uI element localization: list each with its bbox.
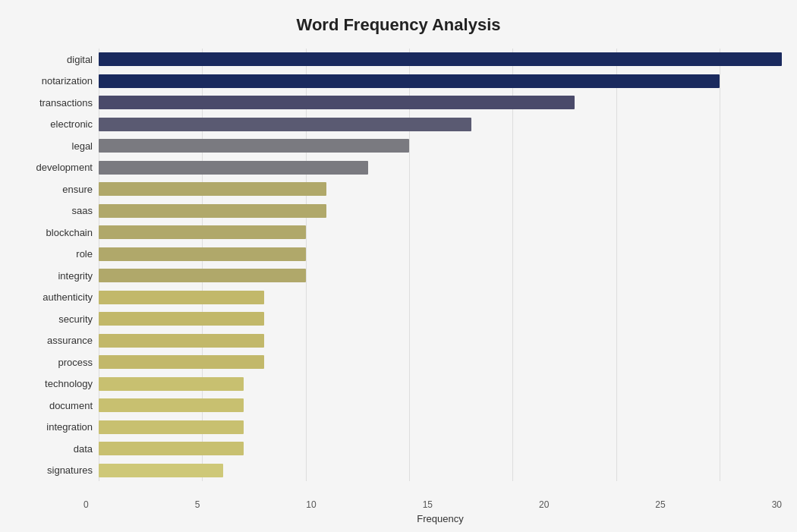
- y-label: signatures: [47, 461, 93, 480]
- x-tick: 0: [83, 499, 89, 510]
- y-label: assurance: [47, 331, 93, 351]
- bars-section: [99, 49, 782, 481]
- bar: [99, 96, 575, 109]
- grid-line: [99, 49, 99, 481]
- x-tick: 30: [772, 499, 782, 510]
- x-tick: 5: [195, 499, 200, 510]
- bar-row: [99, 136, 782, 156]
- bar-row: [99, 71, 782, 91]
- bar: [99, 161, 368, 175]
- grid-lines: [99, 49, 782, 481]
- x-tick: 20: [539, 499, 549, 510]
- grid-line: [202, 49, 203, 481]
- bar-row: [99, 331, 782, 351]
- bar-row: [99, 374, 782, 394]
- bar: [99, 182, 326, 196]
- bar: [99, 377, 244, 391]
- bar: [99, 225, 306, 239]
- grid-line: [409, 49, 410, 481]
- y-label: role: [76, 244, 93, 264]
- y-label: saas: [72, 201, 93, 221]
- bar-row: [99, 179, 782, 199]
- bar-row: [99, 461, 782, 480]
- bar-row: [99, 244, 782, 264]
- bottom-area: 051015202530 Frequency: [0, 499, 797, 524]
- bar: [99, 355, 264, 369]
- grid-line: [512, 49, 513, 481]
- bar: [99, 398, 244, 412]
- x-tick: 10: [306, 499, 316, 510]
- y-label: security: [58, 309, 93, 329]
- bar: [99, 139, 409, 153]
- x-tick: 25: [655, 499, 665, 510]
- y-label: notarization: [42, 71, 93, 91]
- bar: [99, 442, 244, 455]
- grid-line: [306, 49, 307, 481]
- bar-row: [99, 93, 782, 112]
- bar: [99, 312, 264, 326]
- bar: [99, 269, 306, 282]
- y-label: technology: [45, 374, 93, 394]
- chart-area: digitalnotarizationtransactionselectroni…: [15, 49, 782, 481]
- bar: [99, 420, 244, 434]
- x-tick: 15: [423, 499, 433, 510]
- bar-row: [99, 417, 782, 437]
- bar-row: [99, 222, 782, 242]
- bar: [99, 204, 326, 218]
- y-label: document: [49, 395, 93, 415]
- y-label: integration: [46, 417, 93, 437]
- x-ticks-row: 051015202530: [83, 499, 782, 510]
- grid-line: [616, 49, 617, 481]
- chart-container: Word Frequency Analysis digitalnotarizat…: [0, 0, 797, 532]
- bar-row: [99, 266, 782, 285]
- bar: [99, 118, 471, 131]
- y-label: authenticity: [43, 288, 93, 307]
- bar-row: [99, 395, 782, 415]
- bar-row: [99, 115, 782, 134]
- bar-row: [99, 309, 782, 329]
- bar-row: [99, 49, 782, 69]
- bar-row: [99, 158, 782, 178]
- y-label: ensure: [62, 179, 93, 199]
- chart-title: Word Frequency Analysis: [15, 15, 782, 35]
- bar: [99, 247, 306, 261]
- bar-row: [99, 288, 782, 307]
- y-label: development: [36, 158, 93, 178]
- bar-row: [99, 439, 782, 458]
- y-labels: digitalnotarizationtransactionselectroni…: [15, 49, 99, 481]
- y-label: integrity: [58, 266, 93, 285]
- y-label: transactions: [39, 93, 93, 112]
- bar: [99, 74, 720, 88]
- bar-row: [99, 352, 782, 372]
- bar: [99, 291, 264, 304]
- bar: [99, 464, 223, 477]
- grid-line: [720, 49, 720, 481]
- y-label: process: [58, 352, 93, 372]
- y-label: digital: [67, 49, 93, 69]
- x-axis-label: Frequency: [83, 513, 797, 524]
- y-label: electronic: [50, 115, 93, 134]
- bar: [99, 334, 264, 348]
- bar-row: [99, 201, 782, 221]
- y-label: data: [74, 439, 93, 458]
- bar: [99, 52, 782, 66]
- y-label: legal: [72, 136, 93, 156]
- y-label: blockchain: [46, 222, 93, 242]
